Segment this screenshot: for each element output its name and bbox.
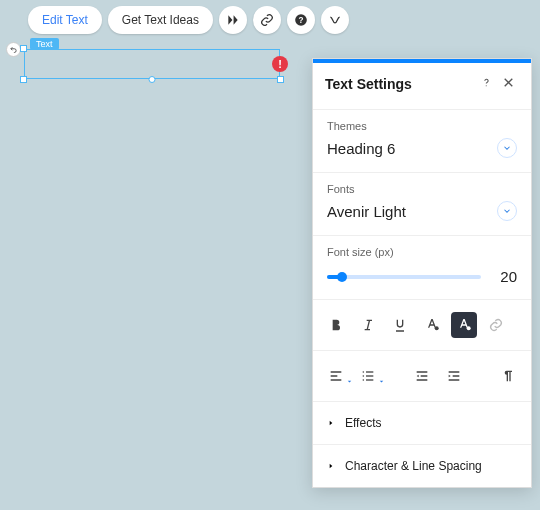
effects-section-toggle[interactable]: Effects — [313, 402, 531, 444]
svg-point-2 — [485, 85, 486, 86]
themes-value[interactable]: Heading 6 — [327, 140, 491, 157]
undo-icon[interactable] — [6, 42, 21, 57]
highlight-color-icon[interactable] — [451, 312, 477, 338]
text-settings-panel: Text Settings Themes Heading 6 Fonts Ave… — [312, 58, 532, 488]
resize-handle-bm[interactable] — [149, 76, 156, 83]
help-icon[interactable]: ? — [287, 6, 315, 34]
themes-dropdown-icon[interactable] — [497, 138, 517, 158]
indent-increase-icon[interactable] — [441, 363, 467, 389]
svg-point-3 — [435, 326, 439, 330]
bold-icon[interactable] — [323, 312, 349, 338]
context-toolbar: Edit Text Get Text Ideas ? — [28, 6, 349, 34]
caret-right-icon — [327, 462, 335, 470]
more-actions-icon[interactable] — [321, 6, 349, 34]
svg-point-7 — [363, 379, 365, 381]
resize-handle-tl[interactable] — [20, 45, 27, 52]
text-color-icon[interactable] — [419, 312, 445, 338]
fontsize-value[interactable]: 20 — [491, 268, 517, 285]
animation-icon[interactable] — [219, 6, 247, 34]
themes-label: Themes — [327, 120, 517, 132]
indent-decrease-icon[interactable] — [409, 363, 435, 389]
panel-help-icon[interactable] — [475, 75, 497, 93]
selected-text-element[interactable]: Text ! — [24, 49, 280, 79]
edit-text-button[interactable]: Edit Text — [28, 6, 102, 34]
italic-icon[interactable] — [355, 312, 381, 338]
align-icon[interactable] — [323, 363, 349, 389]
text-direction-icon[interactable] — [495, 363, 521, 389]
spacing-section-toggle[interactable]: Character & Line Spacing — [313, 445, 531, 487]
svg-text:?: ? — [298, 16, 303, 25]
fontsize-section: Font size (px) 20 — [313, 236, 531, 299]
caret-right-icon — [327, 419, 335, 427]
resize-handle-br[interactable] — [277, 76, 284, 83]
svg-point-6 — [363, 375, 365, 377]
fonts-value[interactable]: Avenir Light — [327, 203, 491, 220]
resize-handle-bl[interactable] — [20, 76, 27, 83]
text-style-row — [313, 300, 531, 350]
svg-point-5 — [363, 371, 365, 373]
themes-section: Themes Heading 6 — [313, 110, 531, 172]
panel-title: Text Settings — [325, 76, 475, 92]
selection-outline — [24, 49, 280, 79]
slider-thumb[interactable] — [337, 272, 347, 282]
spacing-label: Character & Line Spacing — [345, 459, 482, 473]
fontsize-label: Font size (px) — [327, 246, 517, 258]
panel-header: Text Settings — [313, 63, 531, 109]
get-text-ideas-button[interactable]: Get Text Ideas — [108, 6, 213, 34]
list-icon[interactable] — [355, 363, 381, 389]
underline-icon[interactable] — [387, 312, 413, 338]
effects-label: Effects — [345, 416, 381, 430]
paragraph-row — [313, 351, 531, 401]
svg-point-4 — [467, 326, 471, 330]
fonts-dropdown-icon[interactable] — [497, 201, 517, 221]
warning-badge[interactable]: ! — [272, 56, 288, 72]
fonts-section: Fonts Avenir Light — [313, 173, 531, 235]
close-icon[interactable] — [497, 75, 519, 93]
link-icon[interactable] — [253, 6, 281, 34]
list-dropdown-chevron-icon — [378, 371, 385, 389]
text-link-icon[interactable] — [483, 312, 509, 338]
align-dropdown-chevron-icon — [346, 371, 353, 389]
fonts-label: Fonts — [327, 183, 517, 195]
fontsize-slider[interactable] — [327, 275, 481, 279]
